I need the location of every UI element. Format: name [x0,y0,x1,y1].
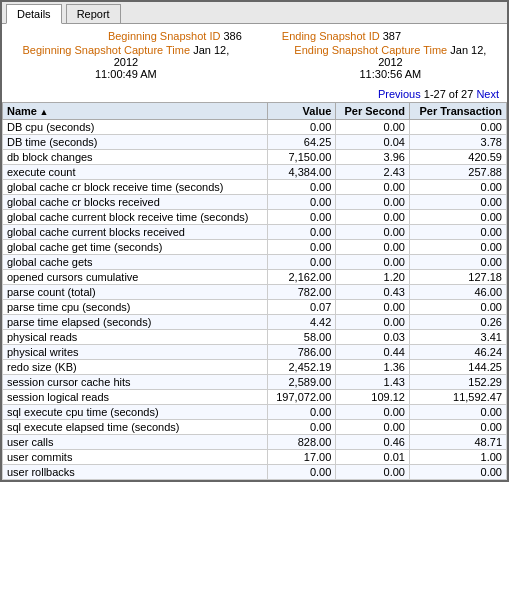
tab-report[interactable]: Report [66,4,121,23]
cell-name: user commits [3,450,268,465]
cell-per-second: 0.00 [336,120,410,135]
cell-per-second: 0.00 [336,420,410,435]
beginning-capture-time: Beginning Snapshot Capture Time Jan 12, … [10,44,242,80]
cell-per-transaction: 0.00 [409,195,506,210]
cell-per-second: 1.36 [336,360,410,375]
previous-link[interactable]: Previous [378,88,421,100]
cell-per-transaction: 48.71 [409,435,506,450]
next-link[interactable]: Next [476,88,499,100]
cell-value: 0.00 [268,210,336,225]
cell-per-transaction: 0.00 [409,300,506,315]
cell-per-second: 0.00 [336,465,410,480]
cell-per-transaction: 127.18 [409,270,506,285]
header-section: Beginning Snapshot ID 386 Ending Snapsho… [2,24,507,86]
col-value[interactable]: Value [268,103,336,120]
col-name[interactable]: Name [3,103,268,120]
cell-per-second: 0.01 [336,450,410,465]
table-row: DB cpu (seconds)0.000.000.00 [3,120,507,135]
cell-per-second: 0.00 [336,180,410,195]
table-row: parse time elapsed (seconds)4.420.000.26 [3,315,507,330]
cell-name: redo size (KB) [3,360,268,375]
cell-value: 197,072.00 [268,390,336,405]
cell-value: 0.00 [268,120,336,135]
cell-name: DB cpu (seconds) [3,120,268,135]
cell-name: db block changes [3,150,268,165]
table-row: global cache cr blocks received0.000.000… [3,195,507,210]
cell-per-transaction: 0.00 [409,240,506,255]
tab-details[interactable]: Details [6,4,62,24]
cell-per-transaction: 0.00 [409,255,506,270]
cell-value: 2,452.19 [268,360,336,375]
cell-value: 0.00 [268,225,336,240]
cell-per-transaction: 0.26 [409,315,506,330]
cell-value: 0.00 [268,420,336,435]
cell-value: 0.00 [268,405,336,420]
cell-per-transaction: 420.59 [409,150,506,165]
beginning-snapshot-id: Beginning Snapshot ID 386 [108,30,242,42]
cell-per-transaction: 0.00 [409,120,506,135]
cell-name: physical writes [3,345,268,360]
cell-per-second: 0.00 [336,225,410,240]
table-header-row: Name Value Per Second Per Transaction [3,103,507,120]
cell-value: 64.25 [268,135,336,150]
cell-value: 4,384.00 [268,165,336,180]
cell-name: sql execute cpu time (seconds) [3,405,268,420]
table-row: opened cursors cumulative2,162.001.20127… [3,270,507,285]
cell-per-second: 2.43 [336,165,410,180]
cell-per-transaction: 46.24 [409,345,506,360]
cell-per-second: 0.03 [336,330,410,345]
table-row: user calls828.000.4648.71 [3,435,507,450]
col-per-transaction[interactable]: Per Transaction [409,103,506,120]
cell-per-second: 109.12 [336,390,410,405]
table-row: db block changes7,150.003.96420.59 [3,150,507,165]
cell-value: 0.00 [268,180,336,195]
cell-name: session logical reads [3,390,268,405]
table-row: parse time cpu (seconds)0.070.000.00 [3,300,507,315]
cell-per-second: 0.00 [336,300,410,315]
cell-value: 17.00 [268,450,336,465]
table-row: global cache current blocks received0.00… [3,225,507,240]
table-row: physical writes786.000.4446.24 [3,345,507,360]
cell-name: DB time (seconds) [3,135,268,150]
table-row: global cache gets0.000.000.00 [3,255,507,270]
table-row: session cursor cache hits2,589.001.43152… [3,375,507,390]
tab-bar: Details Report [2,2,507,24]
cell-per-transaction: 1.00 [409,450,506,465]
cell-per-second: 1.43 [336,375,410,390]
cell-per-second: 0.04 [336,135,410,150]
cell-value: 0.00 [268,195,336,210]
stats-table: Name Value Per Second Per Transaction DB… [2,102,507,480]
page-range: 1-27 of 27 [421,88,477,100]
col-per-second[interactable]: Per Second [336,103,410,120]
cell-name: global cache cr block receive time (seco… [3,180,268,195]
cell-per-second: 0.00 [336,315,410,330]
table-row: parse count (total)782.000.4346.00 [3,285,507,300]
cell-value: 2,589.00 [268,375,336,390]
cell-per-second: 0.43 [336,285,410,300]
cell-value: 782.00 [268,285,336,300]
cell-per-second: 0.00 [336,195,410,210]
cell-per-transaction: 46.00 [409,285,506,300]
cell-name: parse count (total) [3,285,268,300]
cell-value: 786.00 [268,345,336,360]
cell-per-transaction: 3.41 [409,330,506,345]
cell-name: parse time cpu (seconds) [3,300,268,315]
cell-per-transaction: 0.00 [409,420,506,435]
cell-name: global cache get time (seconds) [3,240,268,255]
cell-value: 4.42 [268,315,336,330]
cell-per-transaction: 11,592.47 [409,390,506,405]
ending-capture-time: Ending Snapshot Capture Time Jan 12, 201… [282,44,499,80]
cell-value: 0.07 [268,300,336,315]
cell-name: physical reads [3,330,268,345]
cell-value: 0.00 [268,255,336,270]
cell-per-transaction: 0.00 [409,210,506,225]
cell-name: global cache current block receive time … [3,210,268,225]
table-row: execute count4,384.002.43257.88 [3,165,507,180]
cell-per-transaction: 0.00 [409,405,506,420]
table-row: global cache current block receive time … [3,210,507,225]
cell-per-second: 0.00 [336,405,410,420]
cell-value: 2,162.00 [268,270,336,285]
cell-name: opened cursors cumulative [3,270,268,285]
ending-snapshot-id: Ending Snapshot ID 387 [282,30,401,42]
cell-name: session cursor cache hits [3,375,268,390]
